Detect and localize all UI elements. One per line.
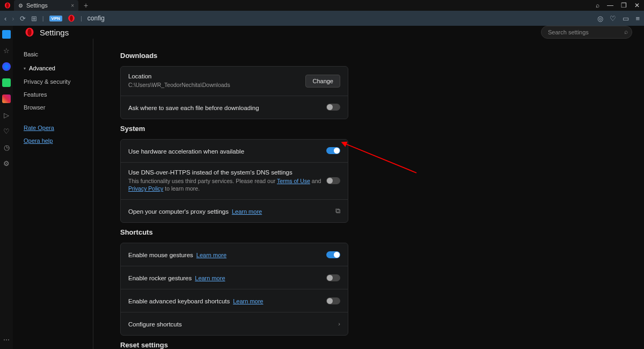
opera-logo-icon: [4, 2, 11, 9]
minimize-button[interactable]: ―: [607, 2, 613, 9]
easy-setup-icon[interactable]: ≡: [635, 14, 640, 23]
svg-point-1: [6, 3, 9, 8]
configure-shortcuts-row[interactable]: Configure shortcuts ›: [121, 312, 348, 335]
nav-privacy[interactable]: Privacy & security: [13, 75, 93, 88]
rail-whatsapp[interactable]: [2, 78, 11, 87]
speed-dial-icon[interactable]: ⊞: [31, 14, 37, 23]
change-location-button[interactable]: Change: [305, 75, 340, 88]
proxy-row[interactable]: Open your computer's proxy settingsLearn…: [121, 200, 348, 222]
back-button[interactable]: ‹: [4, 14, 6, 23]
svg-point-5: [27, 28, 32, 36]
rail-more[interactable]: ⋯: [3, 336, 10, 344]
vpn-badge[interactable]: VPN: [49, 16, 62, 21]
browser-tab[interactable]: ⚙ Settings ×: [14, 0, 78, 11]
system-card: Use hardware acceleration when available…: [120, 139, 348, 223]
close-window-button[interactable]: ✕: [634, 2, 640, 9]
nav-browser[interactable]: Browser: [13, 101, 93, 114]
search-icon[interactable]: ⌕: [624, 28, 628, 35]
adv-kb-row[interactable]: Enable advanced keyboard shortcutsLearn …: [121, 289, 348, 312]
downloads-card: Location C:\Users\WR_TeodorNechita\Downl…: [120, 66, 348, 119]
rail-heart[interactable]: ♡: [2, 127, 11, 135]
terms-of-use-link[interactable]: Terms of Use: [277, 178, 310, 184]
section-system-title: System: [120, 125, 628, 133]
ask-save-row[interactable]: Ask where to save each file before downl…: [121, 96, 348, 119]
hw-accel-toggle[interactable]: [326, 147, 340, 154]
gear-icon: ⚙: [18, 3, 23, 9]
snapshot-icon[interactable]: ◎: [597, 14, 603, 23]
adv-kb-label: Enable advanced keyboard shortcuts: [128, 298, 230, 304]
nav-rate-opera[interactable]: Rate Opera: [13, 121, 93, 134]
hw-accel-label: Use hardware acceleration when available: [128, 148, 244, 155]
new-tab-button[interactable]: +: [84, 1, 88, 10]
dns-https-toggle[interactable]: [326, 177, 340, 184]
window-controls: ⌕ ― ❐ ✕: [596, 2, 640, 9]
battery-icon[interactable]: ▭: [623, 14, 629, 23]
ask-save-toggle[interactable]: [326, 104, 340, 111]
dns-https-desc: This functionality uses third party serv…: [128, 177, 326, 193]
adv-kb-toggle[interactable]: [326, 297, 340, 304]
separator: |: [42, 15, 44, 21]
rail-messenger[interactable]: [2, 62, 11, 71]
nav-features[interactable]: Features: [13, 88, 93, 101]
external-link-icon[interactable]: ⧉: [335, 207, 340, 215]
chevron-down-icon: ▾: [24, 66, 26, 71]
rocker-row[interactable]: Enable rocker gesturesLearn more: [121, 266, 348, 289]
location-label: Location: [128, 73, 305, 79]
nav-basic[interactable]: Basic: [13, 47, 93, 61]
configure-label: Configure shortcuts: [128, 321, 182, 328]
separator: |: [80, 15, 82, 21]
rocker-toggle[interactable]: [326, 274, 340, 281]
rocker-label: Enable rocker gestures: [128, 275, 192, 281]
settings-header: Settings ⌕: [13, 26, 644, 39]
titlebar: ⚙ Settings × + ⌕ ― ❐ ✕: [0, 0, 644, 11]
rail-home[interactable]: [2, 30, 11, 39]
search-icon[interactable]: ⌕: [596, 2, 599, 9]
svg-point-3: [70, 16, 73, 21]
rail-bookmarks[interactable]: ☆: [2, 46, 11, 55]
heart-icon[interactable]: ♡: [610, 14, 616, 23]
download-location-row[interactable]: Location C:\Users\WR_TeodorNechita\Downl…: [121, 67, 348, 96]
opera-logo-icon: [25, 27, 34, 37]
reload-button[interactable]: ⟳: [20, 14, 26, 23]
location-path: C:\Users\WR_TeodorNechita\Downloads: [128, 81, 305, 89]
opera-url-icon: [68, 14, 75, 22]
mouse-gestures-row[interactable]: Enable mouse gesturesLearn more: [121, 243, 348, 266]
close-tab-button[interactable]: ×: [71, 3, 74, 9]
url-text[interactable]: config: [87, 14, 105, 22]
hw-accel-row[interactable]: Use hardware acceleration when available: [121, 140, 348, 163]
address-bar: ‹ › ⟳ ⊞ | VPN | config ◎ ♡ ▭ ≡: [0, 11, 644, 26]
section-shortcuts-title: Shortcuts: [120, 228, 628, 236]
rail-history[interactable]: ◷: [2, 143, 11, 151]
dns-https-row[interactable]: Use DNS-over-HTTPS instead of the system…: [121, 163, 348, 200]
mouse-learn-more[interactable]: Learn more: [196, 252, 226, 258]
rail-settings[interactable]: ⚙: [2, 159, 11, 168]
nav-opera-help[interactable]: Opera help: [13, 134, 93, 147]
page-title: Settings: [40, 28, 69, 37]
shortcuts-card: Enable mouse gesturesLearn more Enable r…: [120, 243, 348, 336]
section-reset-title: Reset settings: [120, 341, 628, 349]
search-settings-input[interactable]: [541, 26, 632, 39]
section-downloads-title: Downloads: [120, 52, 628, 60]
privacy-policy-link[interactable]: Privacy Policy: [128, 185, 163, 192]
rocker-learn-more[interactable]: Learn more: [195, 275, 225, 281]
chevron-right-icon: ›: [338, 321, 340, 327]
settings-nav: Basic ▾Advanced Privacy & security Featu…: [13, 39, 93, 349]
rail-play[interactable]: ▷: [2, 111, 11, 119]
ask-save-label: Ask where to save each file before downl…: [128, 105, 259, 111]
dns-https-label: Use DNS-over-HTTPS instead of the system…: [128, 169, 326, 176]
nav-advanced[interactable]: ▾Advanced: [13, 61, 93, 75]
forward-button[interactable]: ›: [12, 14, 14, 23]
settings-content: Downloads Location C:\Users\WR_TeodorNec…: [93, 39, 644, 349]
maximize-button[interactable]: ❐: [621, 2, 627, 9]
mouse-gestures-label: Enable mouse gestures: [128, 252, 193, 258]
tab-title: Settings: [26, 2, 48, 9]
rail-instagram[interactable]: [2, 94, 11, 103]
proxy-label: Open your computer's proxy settings: [128, 208, 229, 215]
adv-kb-learn-more[interactable]: Learn more: [233, 298, 263, 304]
mouse-gestures-toggle[interactable]: [326, 251, 340, 258]
proxy-learn-more[interactable]: Learn more: [232, 208, 262, 215]
left-rail: ☆ ▷ ♡ ◷ ⚙ ⋯: [0, 26, 13, 349]
